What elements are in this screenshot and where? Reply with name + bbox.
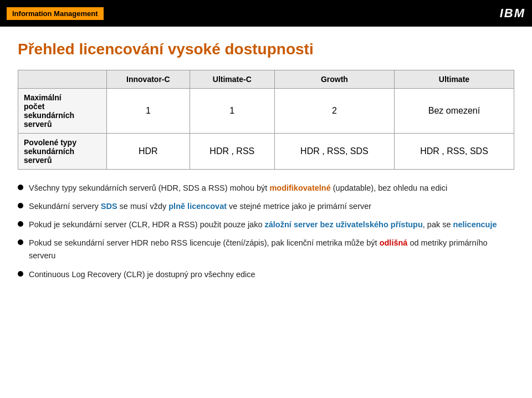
bullet-text: Continuous Log Recovery (CLR) je dostupn… bbox=[29, 268, 514, 281]
col-header-ultimate: Ultimate bbox=[394, 70, 514, 88]
bullet-text: Všechny typy sekundárních serverů (HDR, … bbox=[29, 182, 514, 195]
col-header-empty bbox=[18, 70, 107, 88]
list-item: Pokud se sekundární server HDR nebo RSS … bbox=[18, 237, 514, 262]
col-header-growth: Growth bbox=[274, 70, 394, 88]
table-row: Maximální počet sekundárních serverů 1 1… bbox=[18, 88, 514, 133]
table-header-row: Innovator-C Ultimate-C Growth Ultimate bbox=[18, 70, 514, 88]
col-header-ultimate-c: Ultimate-C bbox=[190, 70, 274, 88]
bullet-list: Všechny typy sekundárních serverů (HDR, … bbox=[18, 182, 514, 281]
list-item: Sekundární servery SDS se musí vždy plně… bbox=[18, 200, 514, 213]
row-header-server-types: Povolené typy sekundárních serverů bbox=[18, 133, 107, 169]
cell-growth-max: 2 bbox=[274, 88, 394, 133]
bullet-dot bbox=[18, 271, 23, 277]
ibm-logo: IBM bbox=[500, 6, 525, 21]
bullet-text: Pokud je sekundární server (CLR, HDR a R… bbox=[29, 218, 514, 231]
cell-ultimate-max: Bez omezení bbox=[394, 88, 514, 133]
table-row: Povolené typy sekundárních serverů HDR H… bbox=[18, 133, 514, 169]
bullet-dot bbox=[18, 203, 23, 208]
list-item: Continuous Log Recovery (CLR) je dostupn… bbox=[18, 268, 514, 281]
header-bar: Information Management IBM bbox=[0, 0, 532, 27]
main-content: Přehled licencování vysoké dostupnosti I… bbox=[0, 27, 532, 295]
license-table: Innovator-C Ultimate-C Growth Ultimate M… bbox=[18, 70, 514, 170]
bullet-text: Pokud se sekundární server HDR nebo RSS … bbox=[29, 237, 514, 262]
info-mgmt-badge: Information Management bbox=[7, 7, 104, 20]
cell-innovator-max: 1 bbox=[107, 88, 190, 133]
row-header-max-servers: Maximální počet sekundárních serverů bbox=[18, 88, 107, 133]
highlight-sds: SDS bbox=[101, 202, 117, 211]
cell-ultimatec-types: HDR , RSS bbox=[190, 133, 274, 169]
col-header-innovator: Innovator-C bbox=[107, 70, 190, 88]
page-title: Přehled licencování vysoké dostupnosti bbox=[18, 40, 514, 59]
cell-growth-types: HDR , RSS, SDS bbox=[274, 133, 394, 169]
list-item: Pokud je sekundární server (CLR, HDR a R… bbox=[18, 218, 514, 231]
cell-ultimatec-max: 1 bbox=[190, 88, 274, 133]
list-item: Všechny typy sekundárních serverů (HDR, … bbox=[18, 182, 514, 195]
cell-innovator-types: HDR bbox=[107, 133, 190, 169]
bullet-dot bbox=[18, 185, 23, 190]
highlight-odlisna: odlišná bbox=[380, 238, 408, 247]
bullet-dot bbox=[18, 239, 23, 245]
bullet-text: Sekundární servery SDS se musí vždy plně… bbox=[29, 200, 514, 213]
highlight-plne: plně licencovat bbox=[168, 202, 227, 211]
cell-ultimate-types: HDR , RSS, SDS bbox=[394, 133, 514, 169]
highlight-zalozni: záložní server bez uživatelského přístup… bbox=[265, 220, 423, 229]
highlight-modifiable: modifikovatelné bbox=[269, 183, 330, 192]
highlight-nelicencuje: nelicencuje bbox=[453, 220, 497, 229]
bullet-dot bbox=[18, 221, 23, 227]
